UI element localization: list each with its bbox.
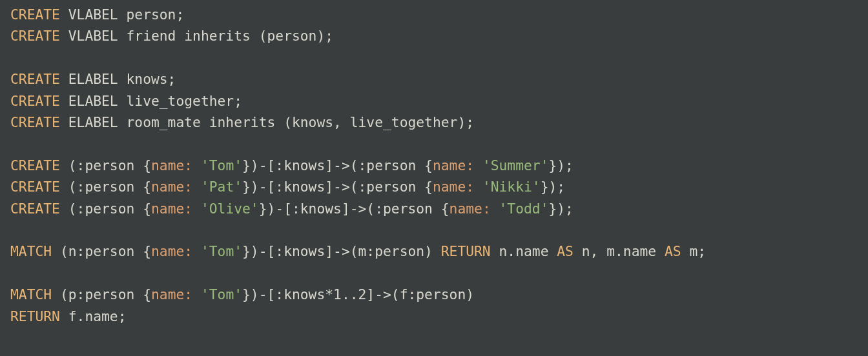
code-token-id: ELABEL room_mate inherits (knows, live_t… <box>60 114 474 130</box>
code-token-id <box>491 201 499 217</box>
code-token-id <box>474 179 482 195</box>
code-line: MATCH (p:person {name: 'Tom'})-[:knows*1… <box>10 286 474 302</box>
code-token-id: (:person { <box>60 157 151 173</box>
code-token-id: })-[:knows]->(:person { <box>242 179 433 195</box>
code-token-attr: name: <box>433 157 474 173</box>
code-line: CREATE ELABEL room_mate inherits (knows,… <box>10 114 474 130</box>
code-token-attr: name: <box>433 179 474 195</box>
code-token-id: m; <box>681 243 706 259</box>
code-token-id: n.name <box>491 243 557 259</box>
code-token-id: })-[:knows]->(:person { <box>259 201 450 217</box>
code-token-id: })-[:knows]->(m:person) <box>242 243 441 259</box>
code-token-attr: name: <box>151 243 192 259</box>
code-token-kw: CREATE <box>10 28 60 44</box>
code-token-kw: RETURN <box>10 308 60 324</box>
code-block: CREATE VLABEL person; CREATE VLABEL frie… <box>0 0 868 331</box>
code-line: CREATE (:person {name: 'Olive'})-[:knows… <box>10 201 574 217</box>
code-token-id: n, m.name <box>574 243 665 259</box>
code-line: CREATE ELABEL live_together; <box>10 93 242 109</box>
code-token-attr: name: <box>151 179 192 195</box>
code-token-id: VLABEL friend inherits (person); <box>60 28 333 44</box>
code-line: CREATE (:person {name: 'Tom'})-[:knows]-… <box>10 157 574 173</box>
code-token-str: 'Summer' <box>482 157 549 173</box>
code-token-str: 'Tom' <box>201 243 242 259</box>
code-line: CREATE VLABEL friend inherits (person); <box>10 28 333 44</box>
code-token-kw: RETURN <box>441 243 491 259</box>
code-token-str: 'Tom' <box>201 157 242 173</box>
code-token-str: 'Olive' <box>201 201 259 217</box>
code-token-id: })-[:knows*1..2]->(f:person) <box>242 286 474 302</box>
code-token-attr: name: <box>450 201 491 217</box>
code-token-attr: name: <box>151 157 192 173</box>
code-token-id <box>192 179 201 195</box>
code-token-id: }); <box>548 157 573 173</box>
code-token-str: 'Todd' <box>499 201 549 217</box>
code-token-id <box>192 201 201 217</box>
code-token-attr: name: <box>151 286 192 302</box>
code-token-kw: CREATE <box>10 157 60 173</box>
code-token-kw: MATCH <box>10 286 52 302</box>
code-token-kw: MATCH <box>10 243 52 259</box>
code-token-str: 'Pat' <box>201 179 242 195</box>
code-token-str: 'Tom' <box>201 286 242 302</box>
code-token-id: }); <box>541 179 565 195</box>
code-token-id: (p:person { <box>52 286 151 302</box>
code-token-kw: AS <box>665 243 681 259</box>
code-token-id: }); <box>548 201 573 217</box>
code-line: CREATE (:person {name: 'Pat'})-[:knows]-… <box>10 179 565 195</box>
code-token-attr: name: <box>151 201 192 217</box>
code-token-kw: CREATE <box>10 201 60 217</box>
code-token-id: (n:person { <box>52 243 151 259</box>
code-token-kw: CREATE <box>10 179 60 195</box>
code-line: CREATE ELABEL knows; <box>10 71 176 87</box>
code-token-kw: CREATE <box>10 114 60 130</box>
code-token-id: (:person { <box>60 179 151 195</box>
code-token-id: })-[:knows]->(:person { <box>242 157 433 173</box>
code-token-id: ELABEL live_together; <box>60 93 242 109</box>
code-token-kw: CREATE <box>10 71 60 87</box>
code-token-kw: AS <box>557 243 574 259</box>
code-token-id: ELABEL knows; <box>60 71 176 87</box>
code-token-id: (:person { <box>60 201 151 217</box>
code-line: CREATE VLABEL person; <box>10 6 184 23</box>
code-token-id: f.name; <box>60 308 127 324</box>
code-token-str: 'Nikki' <box>482 179 541 195</box>
code-token-id: VLABEL person; <box>60 6 184 23</box>
code-token-id <box>474 157 482 173</box>
code-token-kw: CREATE <box>10 6 60 23</box>
code-token-id <box>192 243 201 259</box>
code-token-id <box>192 286 201 302</box>
code-line: RETURN f.name; <box>10 308 127 324</box>
code-line: MATCH (n:person {name: 'Tom'})-[:knows]-… <box>10 243 706 259</box>
code-token-id <box>192 157 201 173</box>
code-token-kw: CREATE <box>10 93 60 109</box>
